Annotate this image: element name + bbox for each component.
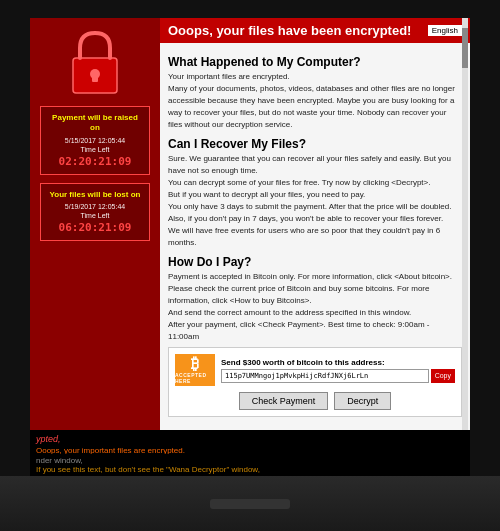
payment-raised-date: 5/15/2017 12:05:44 — [47, 137, 143, 144]
bitcoin-logo: ₿ ACCEPTED HERE — [175, 354, 215, 386]
language-button[interactable]: English — [428, 25, 462, 36]
main-header: Ooops, your files have been encrypted! E… — [160, 18, 470, 43]
payment-timer: 02:20:21:09 — [47, 155, 143, 168]
files-lost-date: 5/19/2017 12:05:44 — [47, 203, 143, 210]
bitcoin-payment-area: ₿ ACCEPTED HERE Send $300 worth of bitco… — [168, 347, 462, 417]
section3-title: How Do I Pay? — [168, 255, 462, 269]
time-left-label-2: Time Left — [47, 212, 143, 219]
monitor-stand — [210, 499, 290, 509]
check-payment-button[interactable]: Check Payment — [239, 392, 329, 410]
files-lost-timer: 06:20:21:09 — [47, 221, 143, 234]
files-lost-title: Your files will be lost on — [47, 190, 143, 200]
copy-button[interactable]: Copy — [431, 369, 455, 383]
payment-raised-title: Payment will be raised on — [47, 113, 143, 134]
scrollbar[interactable] — [462, 18, 468, 488]
bitcoin-row: ₿ ACCEPTED HERE Send $300 worth of bitco… — [175, 354, 455, 386]
files-lost-box: Your files will be lost on 5/19/2017 12:… — [40, 183, 150, 241]
monitor-base — [0, 476, 500, 531]
time-left-label-1: Time Left — [47, 146, 143, 153]
section1-text: Your important files are encrypted.Many … — [168, 71, 462, 131]
bottom-bar-2: nder window, If you see this text, but d… — [30, 454, 470, 476]
bitcoin-accepted-text: ACCEPTED HERE — [175, 372, 215, 384]
left-panel: Payment will be raised on 5/15/2017 12:0… — [30, 18, 160, 488]
svg-rect-2 — [92, 74, 98, 82]
bitcoin-address-input[interactable] — [221, 369, 429, 383]
ransomware-screen: Payment will be raised on 5/15/2017 12:0… — [30, 18, 470, 488]
section2-title: Can I Recover My Files? — [168, 137, 462, 151]
section1-title: What Happened to My Computer? — [168, 55, 462, 69]
bitcoin-symbol: ₿ — [191, 356, 199, 372]
section2-text: Sure. We guarantee that you can recover … — [168, 153, 462, 249]
payment-raised-box: Payment will be raised on 5/15/2017 12:0… — [40, 106, 150, 175]
scroll-thumb — [462, 28, 468, 68]
section3-text: Payment is accepted in Bitcoin only. For… — [168, 271, 462, 343]
bottom-partial-text-2: nder window, — [36, 456, 464, 465]
lock-icon — [65, 28, 125, 98]
main-panel: Ooops, your files have been encrypted! E… — [160, 18, 470, 488]
action-buttons: Check Payment Decrypt — [175, 392, 455, 410]
address-input-row: Copy — [221, 369, 455, 383]
main-content: What Happened to My Computer? Your impor… — [160, 43, 470, 488]
header-title: Ooops, your files have been encrypted! — [168, 23, 411, 38]
bottom-full-text-2: If you see this text, but don't see the … — [36, 465, 464, 474]
send-label: Send $300 worth of bitcoin to this addre… — [221, 358, 455, 367]
bottom-text-partial-1: ypted, — [36, 434, 464, 444]
address-section: Send $300 worth of bitcoin to this addre… — [221, 358, 455, 383]
decrypt-button[interactable]: Decrypt — [334, 392, 391, 410]
